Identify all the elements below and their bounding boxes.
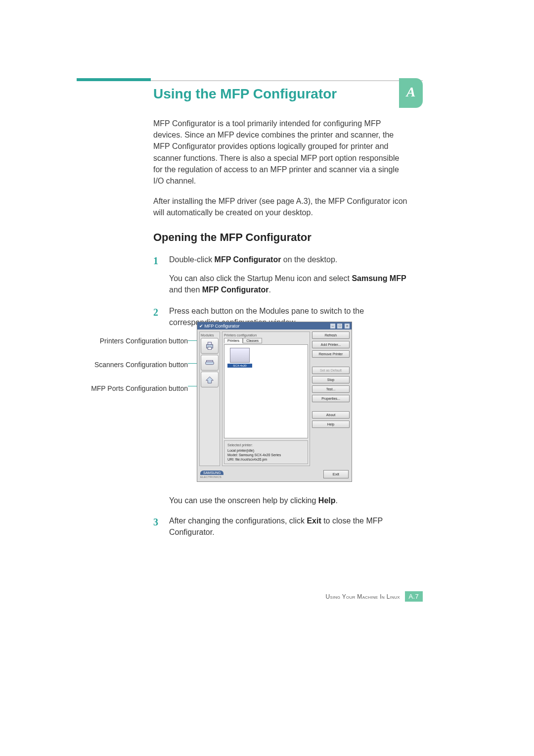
remove-printer-button[interactable]: Remove Printer — [312, 350, 350, 358]
window-controls: – □ × — [329, 323, 350, 329]
text: You can also click the Startup Menu icon… — [169, 274, 352, 283]
maximize-icon[interactable]: □ — [337, 324, 342, 329]
page-number: A.7 — [405, 591, 423, 602]
printers-config-button[interactable] — [201, 338, 219, 354]
appendix-tab: A — [399, 78, 423, 108]
accent-rule — [77, 78, 151, 81]
brand-badge: SAMSUNG — [200, 471, 223, 475]
step-number: 2 — [153, 305, 158, 320]
selected-legend: Selected printer: — [227, 443, 305, 447]
callout-ports: MFP Ports Configuration button — [79, 384, 188, 393]
text: You can use the onscreen help by clickin… — [169, 496, 318, 505]
text: MFP Configurator — [205, 324, 240, 329]
bold-text: MFP Configurator — [202, 285, 269, 294]
properties-button[interactable]: Properties... — [312, 395, 350, 402]
step-1: 1 Double-click MFP Configurator on the d… — [153, 254, 410, 295]
bold-text: MFP Configurator — [215, 255, 281, 264]
text: After changing the configurations, click — [169, 517, 307, 525]
window-titlebar: ✔ MFP Configurator – □ × — [197, 322, 352, 330]
window-title: ✔ MFP Configurator — [199, 324, 239, 329]
bold-text: Samsung MFP — [352, 274, 406, 283]
footer-text: Using Your Machine In Linux — [326, 593, 400, 600]
text: . — [336, 496, 338, 505]
test-button[interactable]: Test... — [312, 385, 350, 393]
step-3: 3 After changing the configurations, cli… — [153, 515, 410, 538]
printer-icon — [230, 348, 250, 363]
set-default-button[interactable]: Set as Default — [312, 367, 350, 374]
printer-name: SCX-4x20 — [227, 364, 252, 368]
intro-paragraph-1: MFP Configurator is a tool primarily int… — [153, 118, 410, 187]
section-heading: Using the MFP Configurator — [153, 86, 337, 102]
text: and then — [169, 285, 202, 294]
step-number: 1 — [153, 254, 158, 268]
selected-line-2: Model: Samsung SCX-4x20 Series — [227, 453, 305, 457]
refresh-button[interactable]: Refresh — [312, 331, 350, 339]
printer-list[interactable]: SCX-4x20 — [224, 344, 308, 438]
subsection-heading: Opening the MFP Configurator — [153, 230, 410, 245]
svg-rect-2 — [208, 347, 211, 350]
tab-classes[interactable]: Classes — [243, 338, 262, 343]
step-1-line-2: You can also click the Startup Menu icon… — [169, 273, 410, 295]
stop-button[interactable]: Stop — [312, 376, 350, 383]
text: on the desktop. — [281, 255, 337, 264]
help-button[interactable]: Help — [312, 421, 350, 428]
printers-config-panel: Printers configuration Printers Classes … — [222, 331, 310, 466]
callout-scanners: Scanners Configuration button — [79, 360, 188, 369]
modules-label: Modules — [201, 333, 219, 337]
add-printer-button[interactable]: Add Printer... — [312, 341, 350, 348]
panel-legend: Printers configuration — [224, 333, 308, 337]
selected-line-1: Local printer(idle) — [227, 448, 305, 453]
svg-rect-4 — [207, 360, 213, 362]
scanners-config-button[interactable] — [201, 355, 219, 371]
intro-paragraph-2: After installing the MFP driver (see pag… — [153, 195, 410, 218]
port-icon — [204, 374, 215, 385]
about-button[interactable]: About — [312, 411, 350, 419]
scanner-icon — [204, 357, 215, 368]
printer-item[interactable]: SCX-4x20 — [227, 348, 252, 368]
page-footer: Using Your Machine In Linux A.7 — [0, 591, 534, 602]
action-buttons-column: Refresh Add Printer... Remove Printer Se… — [312, 331, 350, 466]
brand-subtext: ELECTRONICS — [200, 475, 223, 478]
window-footer: SAMSUNG ELECTRONICS Exit — [197, 468, 352, 481]
step-3-text: After changing the configurations, click… — [169, 515, 410, 538]
bold-text: Help — [318, 496, 336, 505]
close-icon[interactable]: × — [345, 324, 350, 329]
bold-text: Exit — [307, 517, 321, 525]
exit-button[interactable]: Exit — [323, 470, 349, 478]
step-1-line-1: Double-click MFP Configurator on the des… — [169, 254, 410, 265]
printer-icon — [204, 340, 215, 351]
minimize-icon[interactable]: – — [330, 324, 335, 329]
mfp-ports-config-button[interactable] — [201, 372, 219, 387]
svg-rect-3 — [206, 362, 214, 365]
modules-pane: Modules — [199, 331, 220, 466]
selected-line-3: URI: file:/root/scx4x20.pm — [227, 457, 305, 462]
callout-printers: Printers Configuration button — [79, 336, 188, 345]
text: Double-click — [169, 255, 215, 264]
step-number: 3 — [153, 515, 158, 529]
callout-labels: Printers Configuration button Scanners C… — [79, 336, 188, 408]
mfp-configurator-window: ✔ MFP Configurator – □ × Modules — [197, 322, 352, 482]
text: . — [269, 285, 271, 294]
post-screenshot-note: You can use the onscreen help by clickin… — [153, 495, 410, 506]
svg-rect-1 — [208, 342, 211, 345]
tab-printers[interactable]: Printers — [224, 338, 243, 343]
selected-printer-box: Selected printer: Local printer(idle) Mo… — [224, 440, 308, 464]
config-tabs: Printers Classes — [224, 338, 308, 343]
